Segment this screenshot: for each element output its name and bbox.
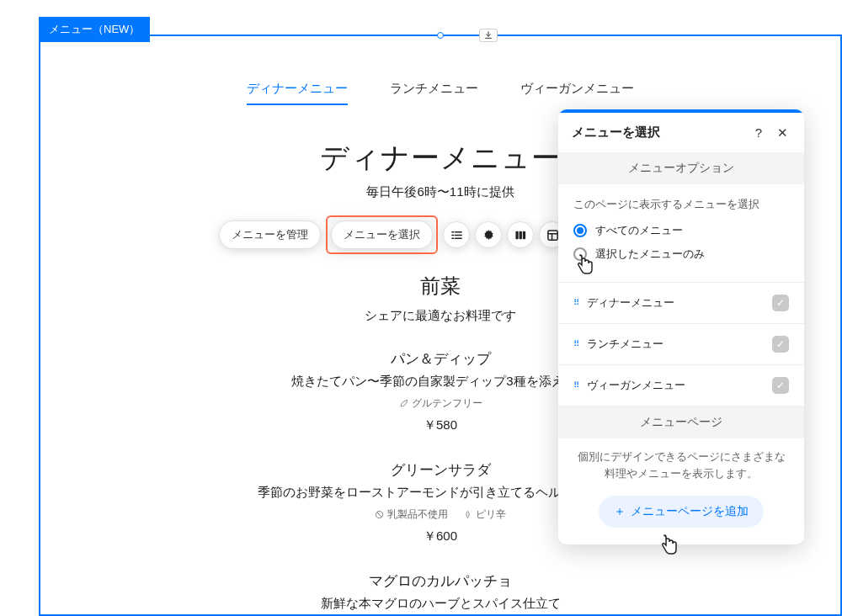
svg-rect-1 bbox=[519, 231, 521, 238]
panel-section-options: メニューオプション bbox=[558, 152, 804, 184]
download-handle[interactable] bbox=[479, 29, 498, 42]
menu-item: マグロのカルパッチョ 新鮮な本マグロのハーブとスパイス仕立て ￥580 bbox=[74, 571, 807, 616]
resize-handle-top[interactable] bbox=[437, 32, 444, 39]
radio-icon bbox=[573, 224, 587, 237]
radio-all-menus[interactable]: すべてのメニュー bbox=[573, 223, 789, 238]
panel-title: メニューを選択 bbox=[572, 125, 743, 141]
component-tag: メニュー（NEW） bbox=[39, 17, 150, 42]
tab-dinner[interactable]: ディナーメニュー bbox=[247, 81, 348, 105]
radio-selected-only[interactable]: 選択したメニューのみ bbox=[573, 247, 789, 262]
panel-close-icon[interactable]: ✕ bbox=[774, 125, 791, 141]
tab-lunch[interactable]: ランチメニュー bbox=[390, 81, 478, 105]
panel-hint: このページに表示するメニューを選択 bbox=[573, 196, 789, 213]
radio-icon bbox=[573, 247, 587, 261]
drag-handle-icon[interactable]: ⠿ bbox=[573, 339, 578, 348]
menu-list-label: ディナーメニュー bbox=[587, 295, 674, 311]
menu-list-item[interactable]: ⠿ ディナーメニュー ✓ bbox=[558, 283, 804, 324]
check-toggle[interactable]: ✓ bbox=[772, 295, 789, 311]
leaf-icon bbox=[399, 399, 408, 408]
plus-icon: ＋ bbox=[614, 504, 626, 519]
svg-rect-2 bbox=[522, 231, 525, 238]
svg-rect-3 bbox=[547, 230, 557, 239]
columns-icon[interactable] bbox=[507, 221, 534, 248]
no-dairy-icon bbox=[375, 510, 384, 519]
item-desc: 新鮮な本マグロのハーブとスパイス仕立て bbox=[74, 596, 807, 612]
add-button-label: メニューページを追加 bbox=[631, 504, 749, 519]
select-menu-button-highlight: メニューを選択 bbox=[326, 215, 438, 254]
drag-handle-icon[interactable]: ⠿ bbox=[573, 380, 578, 390]
radio-label: 選択したメニューのみ bbox=[595, 247, 705, 262]
menu-list-label: ヴィーガンメニュー bbox=[587, 378, 685, 393]
panel-section-pages: メニューページ bbox=[558, 406, 804, 438]
radio-label: すべてのメニュー bbox=[595, 223, 683, 238]
menu-tabs: ディナーメニュー ランチメニュー ヴィーガンメニュー bbox=[74, 81, 807, 105]
check-toggle[interactable]: ✓ bbox=[772, 336, 789, 353]
add-menu-page-button[interactable]: ＋ メニューページを追加 bbox=[599, 496, 764, 528]
panel-menu-list: ⠿ ディナーメニュー ✓ ⠿ ランチメニュー ✓ ⠿ ヴィーガンメニュー ✓ bbox=[558, 282, 804, 406]
menu-list-label: ランチメニュー bbox=[587, 337, 663, 352]
spicy-icon bbox=[463, 510, 472, 519]
panel-body-options: このページに表示するメニューを選択 すべてのメニュー 選択したメニューのみ bbox=[558, 184, 804, 282]
manage-menu-button[interactable]: メニューを管理 bbox=[219, 220, 321, 249]
item-name: マグロのカルパッチョ bbox=[74, 571, 807, 591]
tab-vegan[interactable]: ヴィーガンメニュー bbox=[520, 81, 634, 105]
gear-icon[interactable] bbox=[475, 221, 502, 248]
svg-rect-0 bbox=[515, 231, 518, 238]
list-settings-icon[interactable] bbox=[443, 221, 470, 248]
check-toggle[interactable]: ✓ bbox=[772, 377, 789, 394]
panel-help-icon[interactable]: ? bbox=[750, 125, 767, 140]
select-menu-panel: メニューを選択 ? ✕ メニューオプション このページに表示するメニューを選択 … bbox=[558, 109, 804, 544]
panel-header: メニューを選択 ? ✕ bbox=[558, 113, 804, 152]
select-menu-button[interactable]: メニューを選択 bbox=[331, 220, 433, 249]
drag-handle-icon[interactable]: ⠿ bbox=[573, 298, 578, 307]
menu-list-item[interactable]: ⠿ ヴィーガンメニュー ✓ bbox=[558, 365, 804, 406]
panel-pages-hint: 個別にデザインできるページにさまざまな料理やメニューを表示します。 bbox=[558, 438, 804, 482]
menu-list-item[interactable]: ⠿ ランチメニュー ✓ bbox=[558, 324, 804, 365]
